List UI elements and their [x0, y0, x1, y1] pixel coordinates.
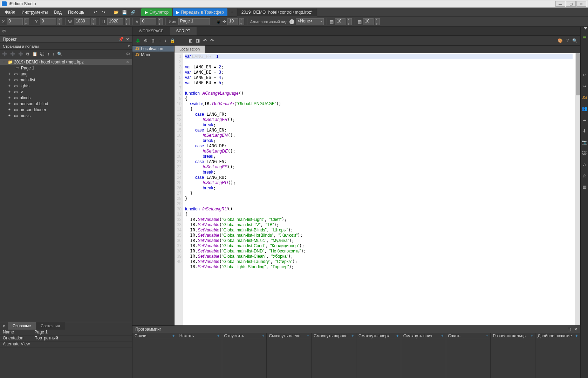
add-script-icon[interactable]: ⊕ — [144, 38, 148, 43]
tree-item[interactable]: +▭lights — [0, 83, 132, 89]
add-popup-icon[interactable]: ➕ — [10, 52, 15, 56]
menu-view[interactable]: Вид — [51, 8, 64, 16]
prog-add-icon[interactable]: + — [396, 333, 399, 338]
image-icon[interactable]: 🖼 — [581, 150, 588, 156]
prog-add-icon[interactable]: + — [351, 333, 354, 338]
x-input[interactable]: 0 — [7, 18, 23, 25]
minimize-button[interactable]: — — [555, 1, 565, 7]
add-tab-button[interactable]: + — [228, 8, 236, 16]
crosshair-icon[interactable]: ✛ — [223, 19, 226, 24]
a-input[interactable]: 0 — [140, 18, 156, 25]
prop-val[interactable] — [32, 342, 132, 347]
users-icon[interactable]: 👥 — [581, 105, 588, 112]
x-spinner[interactable] — [24, 18, 29, 25]
script-up-icon[interactable]: ↑ — [159, 38, 161, 43]
emulator-button[interactable]: ▶ Эмулятор — [141, 8, 172, 16]
layers-icon[interactable]: ☰ — [581, 34, 588, 41]
h-spinner[interactable] — [125, 18, 130, 25]
pages-popups-header[interactable]: Страницы и попалы — [0, 43, 132, 50]
info-icon[interactable]: i — [289, 19, 294, 24]
grid2-spinner[interactable] — [375, 18, 380, 25]
tab-workspace[interactable]: WORKSPACE — [132, 27, 170, 35]
menu-file[interactable]: Файл — [2, 8, 18, 16]
tree-icon[interactable]: 🌲 — [135, 38, 141, 43]
snap-input[interactable]: 10 — [227, 18, 238, 25]
paste-icon[interactable]: 📋 — [32, 52, 37, 56]
prog-add-icon[interactable]: + — [172, 333, 175, 338]
script-item[interactable]: JSMain — [132, 52, 174, 58]
search-icon[interactable]: 🔍 — [57, 52, 62, 56]
redo2-icon[interactable]: ↷ — [210, 38, 214, 43]
prog-add-icon[interactable]: + — [441, 333, 444, 338]
h-input[interactable]: 1920 — [107, 18, 123, 25]
script-item[interactable]: JSLocalisation — [132, 46, 174, 52]
pin-icon[interactable]: 📌 — [118, 37, 124, 42]
undo-button[interactable]: ↶ — [91, 8, 99, 16]
a-spinner[interactable] — [158, 18, 163, 25]
device-icon[interactable]: 📱 — [216, 19, 221, 24]
prog-add-icon[interactable]: + — [575, 333, 578, 338]
cloud-icon[interactable]: ☁ — [581, 116, 588, 123]
prog-add-icon[interactable]: + — [217, 333, 220, 338]
search2-icon[interactable]: 🔍 — [572, 38, 577, 43]
back-icon[interactable]: ↩ — [581, 72, 588, 78]
script-down-icon[interactable]: ↓ — [164, 38, 166, 43]
snippet2-icon[interactable]: ◨ — [196, 38, 200, 43]
prop-val[interactable]: Page 1 — [32, 330, 132, 335]
prog-add-icon[interactable]: + — [531, 333, 533, 338]
prop-tab-states[interactable]: Состояния — [36, 322, 65, 330]
snap-spinner[interactable] — [239, 18, 244, 25]
grid2-input[interactable]: 10 — [363, 18, 374, 25]
w-spinner[interactable] — [91, 18, 96, 25]
menu-help[interactable]: Помощь — [65, 8, 87, 16]
y-input[interactable]: 0 — [40, 18, 56, 25]
grid1-icon[interactable]: ▦ — [330, 19, 334, 24]
save-button[interactable]: 💾 — [121, 8, 128, 16]
tab-script[interactable]: SCRIPT — [170, 27, 197, 35]
grid-icon[interactable]: ▦ — [581, 184, 588, 190]
tree-item[interactable]: ▭Page 1 — [0, 65, 132, 71]
download-icon[interactable]: ⬇ — [581, 128, 588, 134]
prog-add-icon[interactable]: + — [262, 333, 264, 338]
close-button[interactable]: ✕ — [576, 1, 586, 7]
js-icon[interactable]: JS — [581, 94, 588, 100]
tree-item[interactable]: +▭music — [0, 113, 132, 119]
tree-item[interactable]: +▭main-list — [0, 77, 132, 83]
grid1-spinner[interactable] — [347, 18, 352, 25]
music-icon[interactable]: ♫ — [581, 161, 588, 168]
transfer-button[interactable]: ▶ Передать в Трансфер — [173, 8, 227, 16]
open-button[interactable]: 📂 — [112, 8, 120, 16]
duplicate-icon[interactable]: ⿻ — [40, 52, 45, 56]
add-page-icon[interactable]: ➕ — [2, 52, 7, 56]
tree-item[interactable]: +▭tv — [0, 89, 132, 95]
gear-icon[interactable]: ⚙ — [2, 29, 6, 34]
share-button[interactable]: 🔗 — [129, 8, 137, 16]
menu-tools[interactable]: Инструменты — [19, 8, 51, 16]
color-icon[interactable]: 🎨 — [558, 38, 563, 43]
star-icon[interactable]: ☆ — [581, 173, 588, 179]
tree-item[interactable]: +▭horisontal-blind — [0, 101, 132, 107]
move-up-icon[interactable]: ↑ — [47, 52, 49, 56]
tree-item[interactable]: +▭blinds — [0, 95, 132, 101]
forward-icon[interactable]: ↪ — [581, 83, 588, 89]
camera-icon[interactable]: 📷 — [581, 139, 588, 145]
prog-add-icon[interactable]: + — [486, 333, 488, 338]
prop-chev-icon[interactable]: ▾ — [0, 322, 8, 330]
grid1-input[interactable]: 10 — [335, 18, 346, 25]
prog-close-icon[interactable]: ✕ — [574, 327, 577, 332]
w-input[interactable]: 1080 — [74, 18, 90, 25]
lock-icon[interactable]: 🔒 — [170, 38, 175, 43]
tree-root[interactable]: −📁 2019+DEMO+hotel+control+mqtt.irpz ✕ — [0, 59, 132, 65]
code-tab-localisation[interactable]: Localisation — [175, 46, 205, 53]
copy-icon[interactable]: ⧉ — [26, 52, 29, 56]
maximize-button[interactable]: ▢ — [566, 1, 576, 7]
delete-script-icon[interactable]: 🗑 — [151, 38, 155, 43]
prog-add-icon[interactable]: + — [307, 333, 309, 338]
tree-close-icon[interactable]: ✕ — [126, 60, 129, 65]
snippet1-icon[interactable]: ◧ — [189, 38, 192, 43]
prog-max-icon[interactable]: ▢ — [567, 327, 571, 332]
panel-close-icon[interactable]: ✕ — [126, 37, 129, 42]
prop-tab-main[interactable]: Основные — [8, 322, 36, 330]
tree-item[interactable]: +▭air-conditioner — [0, 107, 132, 113]
help-icon[interactable]: ? — [566, 38, 569, 43]
